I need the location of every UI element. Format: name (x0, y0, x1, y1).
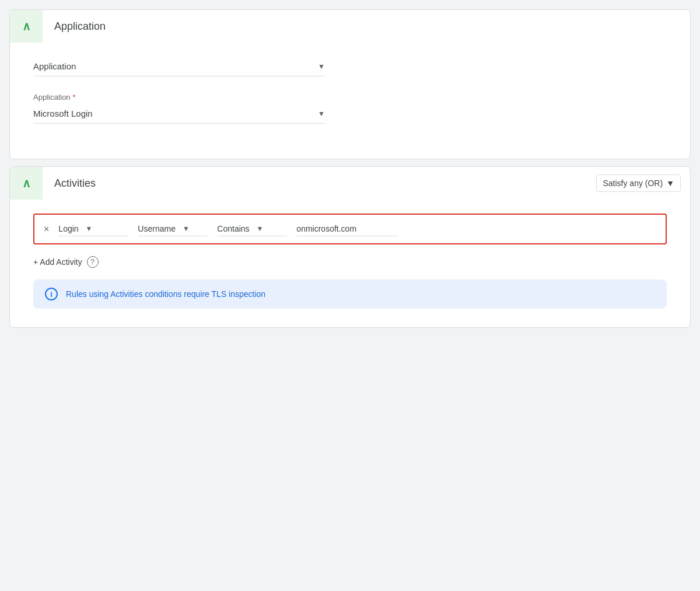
application-card-header: Application (10, 10, 690, 43)
chevron-up-icon (22, 19, 31, 33)
activity-type-select[interactable]: Login ▼ (58, 222, 128, 236)
activity-attribute-dropdown-icon: ▼ (183, 225, 190, 233)
activities-card-header: Activities Satisfy any (OR) ▼ (10, 167, 690, 200)
activity-value-input[interactable] (296, 222, 398, 236)
application-name-field-group: Application * Microsoft Login ▼ (33, 93, 667, 124)
add-activity-button[interactable]: + Add Activity (33, 257, 82, 267)
application-type-field-group: Application ▼ (33, 57, 667, 76)
activity-type-value: Login (58, 224, 78, 233)
activities-card: Activities Satisfy any (OR) ▼ × Login ▼ … (9, 166, 691, 328)
activity-row: × Login ▼ Username ▼ Contains ▼ (33, 214, 667, 244)
activities-card-body: × Login ▼ Username ▼ Contains ▼ + Add Ac… (10, 200, 690, 327)
application-collapse-button[interactable] (10, 10, 43, 43)
application-card: Application Application ▼ Application * … (9, 9, 691, 159)
activity-attribute-select[interactable]: Username ▼ (138, 222, 208, 236)
application-type-value: Application (33, 61, 76, 71)
activity-operator-value: Contains (217, 224, 249, 233)
application-type-select[interactable]: Application ▼ (33, 57, 325, 76)
application-name-select[interactable]: Microsoft Login ▼ (33, 104, 325, 124)
application-name-dropdown-icon: ▼ (318, 110, 325, 118)
application-card-body: Application ▼ Application * Microsoft Lo… (10, 43, 690, 159)
satisfy-label: Satisfy any (OR) (603, 179, 663, 188)
required-star: * (73, 93, 76, 102)
help-icon[interactable]: ? (87, 256, 99, 268)
application-card-title: Application (43, 11, 117, 42)
application-name-label: Application * (33, 93, 667, 102)
activities-card-title: Activities (43, 168, 107, 199)
activity-operator-select[interactable]: Contains ▼ (217, 222, 287, 236)
application-name-value: Microsoft Login (33, 109, 93, 118)
info-banner-text: Rules using Activities conditions requir… (66, 289, 265, 299)
satisfy-dropdown[interactable]: Satisfy any (OR) ▼ (596, 174, 681, 192)
activities-chevron-up-icon (22, 176, 31, 190)
add-activity-row: + Add Activity ? (33, 256, 667, 268)
application-type-dropdown-icon: ▼ (318, 62, 325, 71)
info-banner: i Rules using Activities conditions requ… (33, 279, 667, 309)
remove-activity-button[interactable]: × (44, 224, 49, 235)
activities-title-row: Activities Satisfy any (OR) ▼ (43, 168, 690, 199)
activities-collapse-button[interactable] (10, 167, 43, 200)
info-icon: i (45, 288, 58, 300)
activity-attribute-value: Username (138, 224, 176, 233)
activity-type-dropdown-icon: ▼ (86, 225, 93, 233)
activity-operator-dropdown-icon: ▼ (257, 225, 264, 233)
satisfy-dropdown-icon: ▼ (666, 179, 674, 188)
